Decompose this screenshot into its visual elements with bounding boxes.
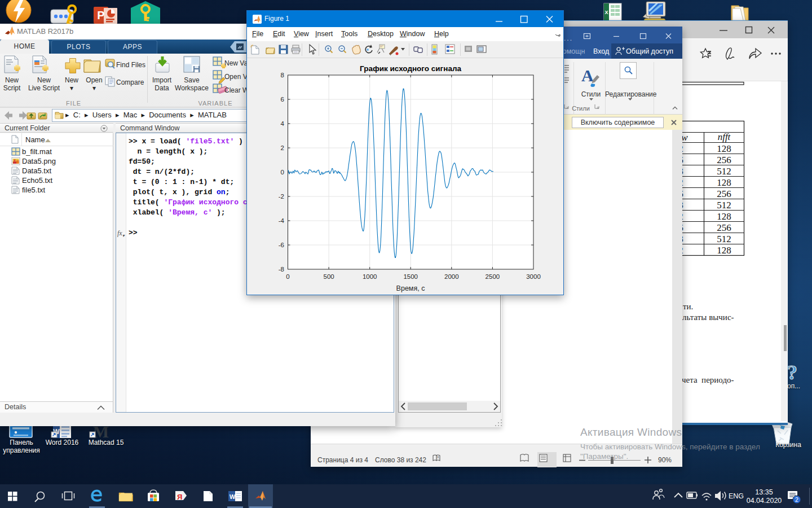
- svg-text:x: x: [437, 455, 439, 459]
- svg-text:-6: -6: [279, 242, 284, 248]
- svg-text:1000: 1000: [363, 273, 377, 280]
- svg-text:500: 500: [324, 273, 334, 280]
- svg-text:А: А: [581, 66, 594, 85]
- svg-text:128: 128: [717, 143, 731, 154]
- svg-text:Data5.txt: Data5.txt: [22, 167, 51, 175]
- svg-text:P: P: [97, 9, 104, 21]
- svg-text:1500: 1500: [403, 273, 418, 280]
- svg-text:-4: -4: [279, 217, 285, 224]
- svg-text:W: W: [230, 493, 236, 500]
- svg-text:8: 8: [281, 72, 284, 78]
- svg-text:2500: 2500: [486, 273, 500, 280]
- svg-text:512: 512: [717, 200, 731, 211]
- svg-text:Я: Я: [177, 493, 182, 501]
- svg-text:w: w: [681, 132, 688, 143]
- svg-text:b_filt.mat: b_filt.mat: [22, 147, 52, 156]
- svg-text:ти.: ти.: [683, 302, 693, 311]
- svg-text:?: ?: [787, 361, 797, 384]
- svg-text:-8: -8: [279, 266, 284, 273]
- svg-text:чета периодо-: чета периодо-: [682, 375, 734, 384]
- svg-text:2: 2: [795, 496, 798, 503]
- svg-text:Data5.png: Data5.png: [22, 157, 56, 165]
- svg-text:file5.txt: file5.txt: [22, 186, 46, 194]
- svg-text:128: 128: [717, 245, 731, 256]
- svg-text:2000: 2000: [444, 273, 459, 280]
- svg-text:128: 128: [717, 177, 731, 188]
- svg-text:4: 4: [281, 120, 285, 127]
- svg-text:256: 256: [717, 189, 731, 199]
- svg-text:512: 512: [717, 234, 731, 244]
- svg-text:График исходного сигнала: График исходного сигнала: [360, 64, 461, 73]
- svg-text:13:35: 13:35: [755, 488, 773, 496]
- svg-text:Время, с: Время, с: [396, 284, 425, 292]
- svg-text:Echo5.txt: Echo5.txt: [22, 176, 53, 185]
- svg-text:3000: 3000: [526, 273, 541, 280]
- svg-text:льтаты вычис-: льтаты вычис-: [682, 313, 734, 322]
- svg-text:0: 0: [286, 273, 289, 280]
- svg-text:6: 6: [281, 96, 284, 103]
- svg-text:256: 256: [717, 155, 731, 165]
- svg-text:512: 512: [717, 166, 731, 177]
- svg-text:0: 0: [281, 169, 284, 176]
- svg-text:-2: -2: [279, 193, 284, 200]
- svg-text:2: 2: [281, 144, 284, 151]
- svg-text:ENG: ENG: [729, 492, 744, 500]
- svg-text:X: X: [604, 10, 608, 15]
- svg-text:256: 256: [717, 222, 731, 233]
- svg-text:nfft: nfft: [718, 132, 731, 142]
- svg-text:128: 128: [717, 211, 731, 222]
- svg-text:04.04.2020: 04.04.2020: [747, 497, 782, 505]
